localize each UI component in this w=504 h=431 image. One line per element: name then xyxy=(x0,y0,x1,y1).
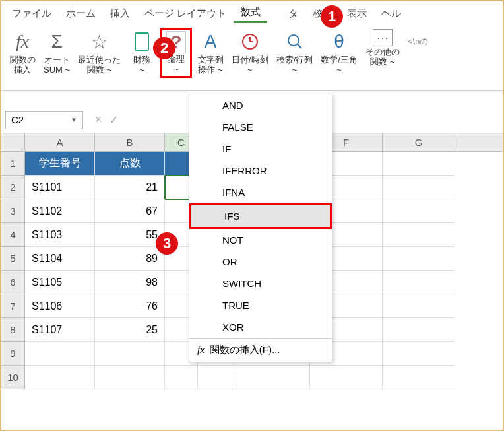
ribbon-more[interactable]: ⋯ その他の 関数 ~ xyxy=(363,28,402,69)
menu-item-ifna[interactable]: IFNA xyxy=(189,182,332,203)
cell[interactable] xyxy=(383,176,455,199)
ribbon-overflow[interactable]: <\nの xyxy=(405,28,431,49)
menu-item-ifs[interactable]: IFS xyxy=(189,203,332,229)
cell[interactable]: 21 xyxy=(95,176,165,199)
cell[interactable] xyxy=(310,366,383,389)
fx-icon: fx xyxy=(197,345,205,356)
menu-item-or[interactable]: OR xyxy=(189,251,332,273)
header-cell[interactable]: 点数 xyxy=(95,152,165,176)
annotation-badge-1: 1 xyxy=(321,5,343,28)
cell[interactable] xyxy=(383,294,455,318)
text-icon: A xyxy=(198,29,223,54)
cell[interactable] xyxy=(237,366,310,389)
name-box-value: C2 xyxy=(11,114,24,125)
ribbon-math[interactable]: θ 数学/三角 ~ xyxy=(318,28,360,77)
menu-item-switch[interactable]: SWITCH xyxy=(189,273,332,294)
menu-item-xor[interactable]: XOR xyxy=(189,316,332,338)
ribbon-text[interactable]: A 文字列 操作 ~ xyxy=(195,28,226,77)
cell[interactable] xyxy=(383,342,455,366)
formula-cancel[interactable]: × xyxy=(95,113,102,127)
ribbon-lookup[interactable]: 検索/行列 ~ xyxy=(274,28,316,77)
cell[interactable]: 76 xyxy=(95,294,165,318)
ribbon-label: 財務 ~ xyxy=(133,55,150,75)
ribbon-label: 文字列 操作 ~ xyxy=(198,55,224,75)
ribbon-autosum[interactable]: Σ オート SUM ~ xyxy=(41,28,73,77)
row-header[interactable]: 3 xyxy=(1,199,25,223)
svg-line-5 xyxy=(298,44,301,48)
cell[interactable]: S1102 xyxy=(25,199,95,223)
menu-item-if[interactable]: IF xyxy=(189,138,332,160)
sigma-icon: Σ xyxy=(44,29,69,54)
menu-formulas[interactable]: 数式 xyxy=(234,3,267,23)
menu-item-false[interactable]: FALSE xyxy=(189,116,332,138)
cell[interactable] xyxy=(25,342,95,366)
cell[interactable] xyxy=(383,271,455,294)
menu-item-not[interactable]: NOT xyxy=(189,229,332,251)
cell[interactable] xyxy=(383,318,455,342)
cell[interactable] xyxy=(25,366,95,389)
col-header-A[interactable]: A xyxy=(25,133,95,151)
clock-icon xyxy=(237,29,263,54)
cell[interactable]: S1101 xyxy=(25,176,95,199)
table-row: 10 xyxy=(1,366,503,389)
select-all-corner[interactable] xyxy=(1,133,25,151)
menu-insert[interactable]: 挿入 xyxy=(104,5,137,22)
annotation-badge-2: 2 xyxy=(153,37,175,59)
col-header-G[interactable]: G xyxy=(383,133,455,151)
col-header-B[interactable]: B xyxy=(95,133,165,151)
cell[interactable] xyxy=(383,366,455,389)
menu-insert-function[interactable]: fx 関数の挿入(F)... xyxy=(189,338,332,362)
book-icon xyxy=(129,29,154,54)
menu-item-and[interactable]: AND xyxy=(189,94,332,116)
cell[interactable]: 98 xyxy=(95,271,165,294)
row-header[interactable]: 1 xyxy=(1,152,25,176)
ribbon-label: 論理 ~ xyxy=(168,55,185,75)
cell[interactable]: S1104 xyxy=(25,247,95,271)
ribbon-recent[interactable]: ☆ 最近使った 関数 ~ xyxy=(75,28,123,77)
menu-view[interactable]: 表示 xyxy=(340,5,373,22)
row-header[interactable]: 2 xyxy=(1,176,25,199)
ribbon-datetime[interactable]: 日付/時刻 ~ xyxy=(229,28,271,77)
cell[interactable] xyxy=(165,366,198,389)
cell[interactable]: 25 xyxy=(95,318,165,342)
name-box[interactable]: C2 ▼ xyxy=(5,111,83,129)
cell[interactable]: S1106 xyxy=(25,294,95,318)
row-header[interactable]: 9 xyxy=(1,342,25,366)
row-header[interactable]: 4 xyxy=(1,223,25,247)
cell[interactable]: 67 xyxy=(95,199,165,223)
ribbon-financial[interactable]: 財務 ~ xyxy=(126,28,158,77)
row-header[interactable]: 5 xyxy=(1,247,25,271)
ribbon-label: 数学/三角 ~ xyxy=(321,55,358,75)
menu-data[interactable]: タ xyxy=(268,5,305,22)
cell[interactable]: S1107 xyxy=(25,318,95,342)
row-header[interactable]: 7 xyxy=(1,294,25,318)
menu-home[interactable]: ホーム xyxy=(59,5,102,22)
cell[interactable] xyxy=(383,199,455,223)
cell[interactable] xyxy=(198,366,237,389)
cell[interactable] xyxy=(383,223,455,247)
cell[interactable]: S1103 xyxy=(25,223,95,247)
row-header[interactable]: 6 xyxy=(1,271,25,294)
menu-file[interactable]: ファイル xyxy=(5,5,58,22)
cell[interactable] xyxy=(95,366,165,389)
annotation-badge-3: 3 xyxy=(156,232,178,255)
cell[interactable]: S1105 xyxy=(25,271,95,294)
cell[interactable] xyxy=(383,152,455,176)
theta-icon: θ xyxy=(327,29,352,54)
cell[interactable]: 89 xyxy=(95,247,165,271)
header-cell[interactable]: 学生番号 xyxy=(25,152,95,176)
cell[interactable] xyxy=(383,247,455,271)
ribbon-insert-function[interactable]: fx 関数の 挿入 xyxy=(7,28,38,77)
cell[interactable] xyxy=(95,342,165,366)
formula-confirm[interactable]: ✓ xyxy=(109,113,119,127)
menu-bar: ファイル ホーム 挿入 ページ レイアウト 数式 タ 校閲 表示 ヘル xyxy=(1,1,503,25)
menu-help[interactable]: ヘル xyxy=(375,5,408,22)
cell[interactable]: 55 xyxy=(95,223,165,247)
logical-dropdown: AND FALSE IF IFERROR IFNA IFS NOT OR SWI… xyxy=(189,94,332,362)
menu-item-true[interactable]: TRUE xyxy=(189,294,332,316)
row-header[interactable]: 8 xyxy=(1,318,25,342)
menu-item-iferror[interactable]: IFERROR xyxy=(189,160,332,182)
ribbon: fx 関数の 挿入 Σ オート SUM ~ ☆ 最近使った 関数 ~ 財務 ~ … xyxy=(1,25,503,91)
row-header[interactable]: 10 xyxy=(1,366,25,389)
menu-page-layout[interactable]: ページ レイアウト xyxy=(138,5,233,22)
